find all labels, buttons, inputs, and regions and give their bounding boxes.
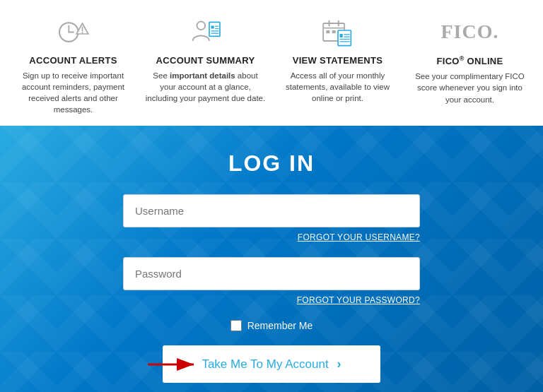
feature-account-summary-title: ACCOUNT SUMMARY: [156, 55, 255, 66]
feature-fico-online-title: FICO® ONLINE: [436, 55, 503, 66]
arrow-icon: [144, 354, 201, 375]
login-button-label: Take Me To My Account: [202, 357, 328, 372]
feature-fico-online: FICO. FICO® ONLINE See your complimentar…: [410, 14, 530, 105]
svg-rect-8: [211, 25, 214, 28]
forgot-username-link[interactable]: FORGOT YOUR USERNAME?: [298, 232, 420, 242]
svg-rect-19: [338, 30, 351, 46]
feature-account-alerts-desc: Sign up to receive important account rem…: [13, 70, 134, 115]
feature-account-alerts: ACCOUNT ALERTS Sign up to receive import…: [13, 14, 134, 115]
password-input[interactable]: [123, 257, 420, 290]
feature-account-alerts-title: ACCOUNT ALERTS: [29, 55, 117, 66]
alert-icon: [52, 14, 95, 49]
svg-point-5: [81, 32, 83, 33]
login-title: LOG IN: [228, 150, 315, 177]
login-form: FORGOT YOUR USERNAME? FORGOT YOUR PASSWO…: [123, 194, 420, 383]
remember-me-label: Remember Me: [247, 320, 313, 331]
arrow-container: [144, 354, 201, 375]
remember-me-checkbox[interactable]: [230, 320, 242, 331]
username-input[interactable]: [123, 194, 420, 227]
feature-view-statements-desc: Access all of your monthly statements, a…: [278, 70, 398, 104]
svg-point-6: [197, 21, 205, 30]
feature-fico-online-desc: See your complimentary FICO score whenev…: [410, 71, 530, 105]
feature-view-statements: VIEW STATEMENTS Access all of your month…: [278, 14, 398, 104]
statements-icon: [317, 14, 359, 49]
forgot-password-link[interactable]: FORGOT YOUR PASSWORD?: [297, 295, 420, 305]
svg-rect-18: [332, 30, 335, 33]
svg-rect-17: [326, 30, 329, 33]
password-wrapper: [123, 257, 420, 290]
feature-account-summary-desc: See important details about your account…: [146, 70, 266, 104]
fico-icon: FICO.: [449, 14, 491, 49]
chevron-right-icon: ›: [337, 357, 341, 372]
svg-rect-7: [209, 22, 220, 36]
features-section: ACCOUNT ALERTS Sign up to receive import…: [0, 0, 543, 126]
username-wrapper: [123, 194, 420, 227]
remember-me-container: Remember Me: [230, 320, 313, 331]
feature-view-statements-title: VIEW STATEMENTS: [293, 55, 383, 66]
svg-rect-20: [339, 34, 342, 37]
login-section: LOG IN FORGOT YOUR USERNAME? FORGOT YOUR…: [0, 126, 543, 392]
summary-icon: [185, 14, 227, 49]
forgot-password-link-wrapper: FORGOT YOUR PASSWORD?: [123, 293, 420, 306]
forgot-username-link-wrapper: FORGOT YOUR USERNAME?: [123, 230, 420, 243]
feature-account-summary: ACCOUNT SUMMARY See important details ab…: [146, 14, 266, 104]
login-action-row: Take Me To My Account ›: [123, 345, 420, 383]
